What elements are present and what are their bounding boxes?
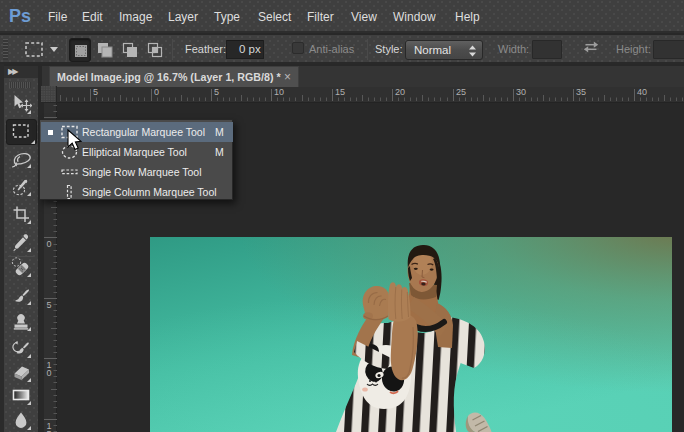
svg-text:25: 25 (456, 87, 466, 97)
svg-text:40: 40 (637, 87, 647, 97)
svg-text:5: 5 (47, 300, 52, 310)
svg-text:20: 20 (395, 87, 405, 97)
svg-text:15: 15 (335, 87, 345, 97)
svg-text:0: 0 (154, 87, 159, 97)
svg-text:5: 5 (214, 87, 219, 97)
svg-text:30: 30 (516, 87, 526, 97)
svg-text:0: 0 (47, 368, 52, 378)
svg-text:35: 35 (576, 87, 586, 97)
svg-text:5: 5 (93, 87, 98, 97)
svg-text:0: 0 (47, 239, 52, 249)
svg-text:10: 10 (274, 87, 284, 97)
